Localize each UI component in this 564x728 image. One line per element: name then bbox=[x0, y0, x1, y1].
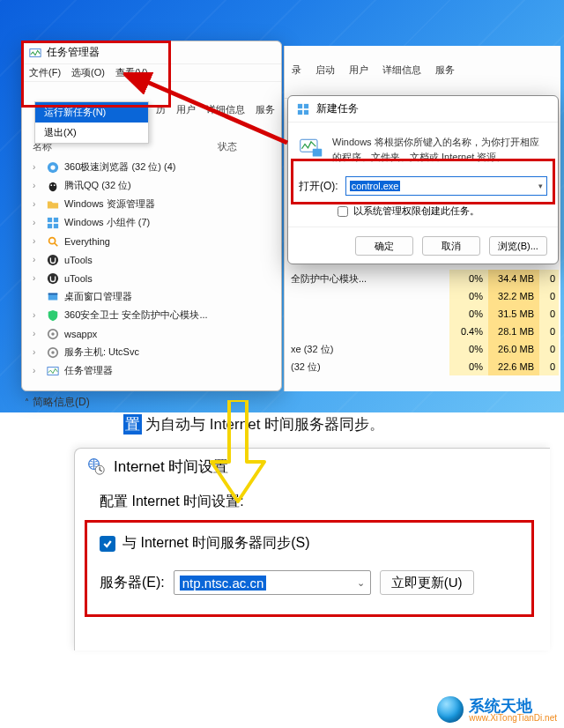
expand-icon[interactable]: › bbox=[33, 218, 41, 227]
bg-mem: 26.0 MB bbox=[488, 340, 539, 358]
process-row[interactable]: ›Windows 资源管理器 bbox=[29, 195, 274, 213]
svg-rect-7 bbox=[54, 217, 58, 221]
expand-icon[interactable]: › bbox=[33, 255, 41, 264]
svg-point-13 bbox=[48, 272, 58, 283]
process-row[interactable]: vmware-hostd.exe (32 位) bbox=[29, 380, 274, 382]
process-icon bbox=[47, 161, 59, 174]
bg-row[interactable]: 0%31.5 MB0 bbox=[287, 305, 559, 323]
process-row[interactable]: ›uTools bbox=[29, 250, 274, 269]
svg-point-2 bbox=[50, 165, 55, 169]
process-icon bbox=[47, 254, 59, 266]
bg-mem: 34.4 MB bbox=[488, 270, 539, 287]
tab2-users[interactable]: 用户 bbox=[349, 63, 368, 77]
process-row[interactable]: ›uTools bbox=[29, 269, 274, 287]
new-task-dialog: 新建任务 Windows 将根据你所键入的名称，为你打开相应的程序、文件夹、文档… bbox=[287, 95, 559, 264]
svg-rect-9 bbox=[54, 223, 58, 227]
watermark-url: www.XiTongTianDi.net bbox=[469, 713, 557, 723]
bg-name: (32 位) bbox=[287, 358, 449, 375]
svg-line-31 bbox=[141, 79, 287, 143]
update-now-button[interactable]: 立即更新(U) bbox=[380, 570, 474, 595]
svg-rect-15 bbox=[48, 293, 58, 294]
bg-cpu: 0% bbox=[449, 358, 488, 375]
bg-x: 0 bbox=[539, 358, 559, 375]
process-name: Windows 资源管理器 bbox=[64, 197, 155, 211]
svg-rect-26 bbox=[304, 103, 308, 108]
bg-name bbox=[287, 323, 449, 340]
bg-row[interactable]: 全防护中心模块...0%34.4 MB0 bbox=[287, 270, 559, 287]
tab2-services[interactable]: 服务 bbox=[435, 63, 455, 77]
nt-admin-label: 以系统管理权限创建此任务。 bbox=[353, 204, 479, 218]
bg-name bbox=[287, 287, 449, 305]
tab2-startup[interactable]: 启动 bbox=[315, 63, 335, 77]
process-icon bbox=[47, 365, 59, 377]
tm-titlebar: 任务管理器 bbox=[22, 41, 281, 64]
svg-point-10 bbox=[49, 237, 56, 243]
nt-title-text: 新建任务 bbox=[316, 101, 359, 116]
browse-button[interactable]: 浏览(B)... bbox=[489, 236, 547, 256]
nt-open-label: 打开(O): bbox=[299, 179, 338, 194]
internet-time-dialog: Internet 时间设置 配置 Internet 时间设置: 与 Intern… bbox=[74, 448, 550, 650]
bg-row[interactable]: 0.4%28.1 MB0 bbox=[287, 323, 559, 340]
globe-clock-icon bbox=[87, 457, 105, 475]
svg-rect-28 bbox=[304, 109, 308, 114]
nt-command-input[interactable]: control.exe ▾ bbox=[345, 176, 547, 196]
ok-button[interactable]: 确定 bbox=[355, 236, 413, 256]
expand-icon[interactable]: › bbox=[33, 347, 41, 357]
process-name: uTools bbox=[64, 273, 93, 284]
chevron-down-icon[interactable]: ▾ bbox=[538, 182, 543, 190]
expand-icon[interactable]: › bbox=[33, 329, 41, 338]
bg-cpu: 0% bbox=[449, 340, 488, 358]
it-subtitle: 配置 Internet 时间设置: bbox=[100, 493, 525, 511]
bg-x: 0 bbox=[539, 287, 559, 305]
process-name: 服务主机: UtcSvc bbox=[64, 345, 139, 359]
expand-icon[interactable]: › bbox=[33, 310, 41, 320]
process-name: 腾讯QQ (32 位) bbox=[64, 179, 131, 192]
expand-icon[interactable]: › bbox=[33, 236, 41, 246]
svg-point-12 bbox=[48, 254, 58, 264]
bg-mem: 32.2 MB bbox=[488, 287, 539, 305]
nt-admin-checkbox[interactable] bbox=[338, 206, 348, 217]
brief-info-toggle[interactable]: ˄ 简略信息(D) bbox=[25, 395, 90, 410]
process-icon bbox=[47, 309, 59, 322]
process-row[interactable]: ›360安全卫士 安全防护中心模块... bbox=[29, 306, 274, 324]
nt-titlebar: 新建任务 bbox=[288, 96, 558, 123]
menu-file[interactable]: 文件(F) bbox=[29, 66, 61, 79]
process-row[interactable]: ›腾讯QQ (32 位) bbox=[29, 176, 274, 195]
expand-icon[interactable]: › bbox=[33, 199, 41, 209]
process-row[interactable]: ›任务管理器 bbox=[29, 361, 274, 380]
sync-checkbox[interactable] bbox=[100, 536, 115, 552]
svg-rect-6 bbox=[48, 217, 52, 221]
server-combobox[interactable]: ntp.ntsc.ac.cn ⌄ bbox=[174, 570, 371, 595]
expand-icon[interactable]: › bbox=[33, 366, 41, 375]
process-list[interactable]: ›360极速浏览器 (32 位) (4)›腾讯QQ (32 位)›Windows… bbox=[29, 158, 274, 382]
bg-cpu: 0.4% bbox=[449, 323, 488, 340]
expand-icon[interactable]: › bbox=[33, 181, 41, 190]
nt-command-value: control.exe bbox=[350, 181, 401, 191]
process-name: 360安全卫士 安全防护中心模块... bbox=[64, 308, 208, 322]
process-row[interactable]: 桌面窗口管理器 bbox=[29, 287, 274, 306]
process-row[interactable]: ›360极速浏览器 (32 位) (4) bbox=[29, 158, 274, 176]
bg-cpu: 0% bbox=[449, 305, 488, 323]
chevron-down-icon[interactable]: ⌄ bbox=[357, 577, 365, 589]
bg-row[interactable]: 0%32.2 MB0 bbox=[287, 287, 559, 305]
process-row[interactable]: ›服务主机: UtcSvc bbox=[29, 343, 274, 361]
sync-label: 与 Internet 时间服务器同步(S) bbox=[122, 534, 309, 553]
process-row[interactable]: ›wsappx bbox=[29, 324, 274, 343]
process-row[interactable]: ›Windows 小组件 (7) bbox=[29, 213, 274, 232]
process-row[interactable]: ›Everything bbox=[29, 232, 274, 250]
globe-icon bbox=[437, 696, 464, 723]
bg-row[interactable]: xe (32 位)0%26.0 MB0 bbox=[287, 340, 559, 358]
svg-point-4 bbox=[50, 184, 52, 186]
expand-icon[interactable]: › bbox=[33, 162, 41, 172]
cancel-button[interactable]: 取消 bbox=[422, 236, 480, 256]
brief-info-label: 简略信息(D) bbox=[33, 395, 90, 410]
expand-icon[interactable]: › bbox=[33, 273, 41, 283]
svg-point-3 bbox=[49, 182, 57, 191]
bg-process-table: 全防护中心模块...0%34.4 MB00%32.2 MB00%31.5 MB0… bbox=[287, 270, 559, 375]
server-label: 服务器(E): bbox=[100, 574, 165, 592]
menu-options[interactable]: 选项(O) bbox=[71, 66, 105, 79]
bg-row[interactable]: (32 位)0%22.6 MB0 bbox=[287, 358, 559, 375]
bg-x: 0 bbox=[539, 305, 559, 323]
tab2-details[interactable]: 详细信息 bbox=[382, 63, 421, 77]
svg-point-19 bbox=[51, 351, 55, 354]
